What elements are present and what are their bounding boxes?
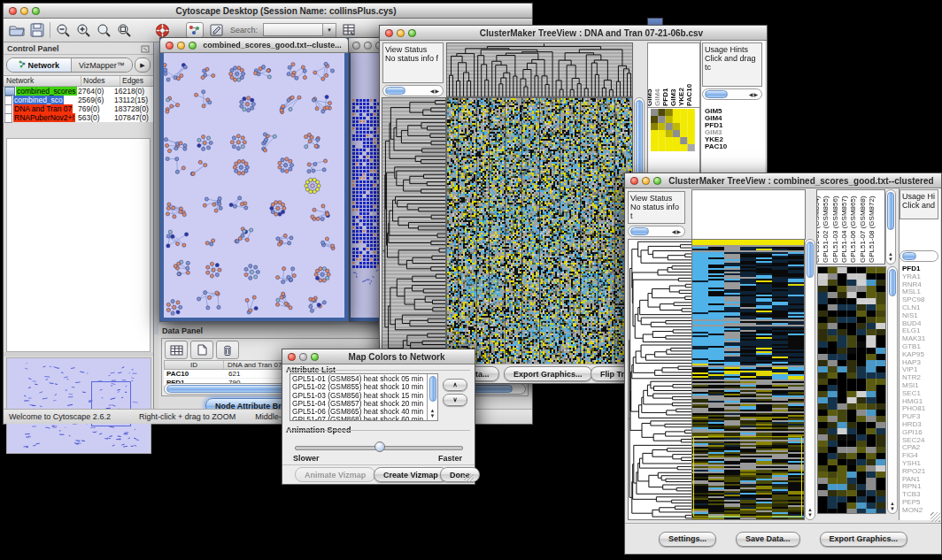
tv2-heatmap-canvas[interactable] bbox=[691, 239, 805, 520]
tab-overflow-arrow[interactable]: ▶ bbox=[135, 58, 151, 73]
open-icon[interactable] bbox=[9, 23, 25, 37]
create-vizmap-button[interactable]: Create Vizmap bbox=[374, 467, 448, 482]
dialog-titlebar[interactable]: Map Colors to Network bbox=[282, 349, 475, 364]
table-mode-icon[interactable] bbox=[165, 341, 188, 359]
float-panel-icon[interactable] bbox=[141, 41, 150, 57]
tv2-row-dendrogram[interactable] bbox=[628, 239, 692, 520]
tv1-col-label[interactable]: GIM3 bbox=[669, 88, 677, 106]
close-button[interactable] bbox=[288, 353, 296, 361]
tv2-col-label[interactable]: GPL51-04 (GSM857) bbox=[840, 196, 848, 263]
tv2-gene-vscrollbar[interactable]: ▲▼ bbox=[887, 266, 898, 514]
zoom-button[interactable] bbox=[311, 353, 319, 361]
dialog-resize-grip[interactable] bbox=[464, 473, 474, 483]
new-attribute-icon[interactable] bbox=[190, 341, 213, 359]
zoom-button[interactable] bbox=[189, 42, 197, 50]
treeview1-titlebar[interactable]: ClusterMaker TreeView : DNA and Tran 07-… bbox=[380, 26, 767, 41]
data-col-id[interactable]: ID bbox=[165, 361, 224, 369]
zoom-selected-icon[interactable] bbox=[117, 23, 132, 38]
zoom-button[interactable] bbox=[32, 7, 40, 15]
network-tree-area[interactable] bbox=[6, 138, 151, 352]
network-view-icon[interactable] bbox=[186, 22, 204, 38]
attribute-list-vscrollbar[interactable]: ▲▼ bbox=[427, 374, 437, 420]
close-button[interactable] bbox=[166, 42, 174, 50]
attribute-list-item[interactable]: GPL51-07 (GSM868) heat shock 60 min bbox=[292, 416, 426, 421]
delete-attribute-icon[interactable] bbox=[216, 341, 239, 359]
minimize-button[interactable] bbox=[177, 42, 185, 50]
close-button[interactable] bbox=[9, 7, 17, 15]
move-up-button[interactable]: ∧ bbox=[443, 379, 467, 391]
col-nodes[interactable]: Nodes bbox=[81, 76, 120, 86]
tv1-yellow-matrix-canvas[interactable] bbox=[651, 109, 695, 151]
tv1-column-dendrogram[interactable] bbox=[446, 42, 633, 97]
tv2-zoom-heatmap-canvas[interactable] bbox=[817, 266, 886, 514]
network-table-row[interactable]: RNAPuberNov2+! 563(0) 107847(0) bbox=[4, 113, 153, 122]
slider-thumb[interactable] bbox=[374, 441, 385, 452]
tv1-col-label[interactable]: GIM5 bbox=[647, 88, 653, 106]
zoom-in-icon[interactable] bbox=[76, 23, 91, 38]
tv2-usage-scrollbar[interactable] bbox=[900, 250, 938, 262]
animate-vizmap-button[interactable]: Animate Vizmap bbox=[295, 467, 375, 482]
gene-label[interactable]: MON2 bbox=[902, 507, 925, 515]
tv2-col-label[interactable]: GPL51-07 (GSM868) bbox=[859, 196, 867, 263]
close-button[interactable] bbox=[385, 29, 393, 37]
close-button[interactable] bbox=[352, 42, 360, 50]
tv1-col-label[interactable]: PFD1 bbox=[661, 88, 669, 106]
zoom-out-icon[interactable] bbox=[56, 23, 71, 38]
tv2-col-label[interactable]: GPL51-08 (GSM872) bbox=[868, 196, 876, 263]
tv2-export-graphics-button[interactable]: Export Graphics... bbox=[820, 532, 908, 547]
tv2-col-labels-vscrollbar[interactable]: ▲▼ bbox=[885, 189, 896, 265]
col-edges[interactable]: Edges bbox=[120, 76, 153, 86]
network-table-row[interactable]: combined_sco 2569(6) 13112(15) bbox=[4, 96, 153, 104]
tv2-status-scrollbar[interactable]: ◀▶ bbox=[628, 226, 685, 237]
tv1-row-dendrogram[interactable] bbox=[382, 97, 446, 365]
treeview2-titlebar[interactable]: ClusterMaker TreeView : combined_scores_… bbox=[625, 173, 941, 188]
search-dropdown-button[interactable]: ▼ bbox=[323, 23, 336, 38]
zoom-fit-icon[interactable] bbox=[97, 23, 112, 38]
tv1-status-scrollbar[interactable]: ◀▶ bbox=[382, 85, 444, 96]
tv2-col-label[interactable]: GPL51-03 (GSM856) bbox=[831, 196, 839, 263]
tab-vizmapper[interactable]: VizMapper™ bbox=[72, 58, 132, 72]
move-down-button[interactable]: ∨ bbox=[443, 394, 467, 406]
panel-splitter[interactable] bbox=[4, 352, 153, 357]
close-button[interactable] bbox=[630, 177, 638, 185]
tv1-col-label[interactable]: GIM4 bbox=[653, 88, 661, 106]
tv2-save-data-button[interactable]: Save Data... bbox=[736, 532, 800, 547]
minimize-button[interactable] bbox=[20, 7, 28, 15]
tv2-col-label[interactable]: GPL51-01 (GSM854) bbox=[816, 196, 821, 263]
help-lifering-icon[interactable] bbox=[155, 23, 170, 38]
tv1-col-label[interactable]: YKE2 bbox=[677, 88, 685, 106]
main-titlebar[interactable]: Cytoscape Desktop (Session Name: collins… bbox=[4, 4, 532, 19]
tv2-col-label[interactable]: GPL51-02 (GSM855) bbox=[822, 196, 830, 263]
tv1-usage-scrollbar[interactable]: ◀▶ bbox=[702, 88, 762, 100]
col-network[interactable]: Network bbox=[4, 76, 81, 86]
network-table-row[interactable]: combined_scores 2764(0) 16218(0) bbox=[4, 87, 153, 96]
save-icon[interactable] bbox=[30, 23, 44, 37]
minimize-button[interactable] bbox=[364, 42, 372, 50]
tv1-col-label[interactable]: PAC10 bbox=[685, 84, 693, 106]
zoom-button[interactable] bbox=[653, 177, 661, 185]
tv2-settings-button[interactable]: Settings... bbox=[659, 532, 716, 547]
zoom-button[interactable] bbox=[408, 29, 416, 37]
main-window-title: Cytoscape Desktop (Session Name: collins… bbox=[40, 6, 532, 16]
network-table-row[interactable]: DNA and Tran 07 769(0) 183728(0) bbox=[4, 104, 153, 113]
network-row-icon bbox=[4, 87, 15, 96]
annotation-icon[interactable] bbox=[209, 23, 225, 37]
tv2-heatmap-vscrollbar[interactable]: ▲▼ bbox=[805, 239, 815, 520]
animation-speed-slider[interactable] bbox=[295, 441, 461, 452]
network-name: RNAPuberNov2+! bbox=[13, 113, 75, 122]
network-overview-canvas[interactable] bbox=[6, 357, 151, 454]
tv1-row-label[interactable]: PAC10 bbox=[705, 143, 727, 150]
minimize-button[interactable] bbox=[397, 29, 405, 37]
attribute-table-icon[interactable] bbox=[342, 23, 357, 37]
network-window-1-titlebar[interactable]: combined_scores_good.txt--cluste... bbox=[160, 38, 348, 53]
tv1-export-graphics-button[interactable]: Export Graphics... bbox=[504, 366, 592, 381]
network-graph-canvas[interactable] bbox=[164, 53, 344, 318]
tv2-col-label[interactable]: GPL51-06 (GSM865) bbox=[849, 196, 857, 263]
minimize-button[interactable] bbox=[299, 353, 307, 361]
search-input[interactable] bbox=[263, 23, 323, 36]
resize-grip[interactable] bbox=[930, 512, 940, 522]
tv1-heatmap-canvas[interactable] bbox=[446, 97, 633, 365]
tab-network[interactable]: Network bbox=[7, 58, 72, 72]
network-row-icon bbox=[4, 113, 12, 123]
minimize-button[interactable] bbox=[642, 177, 650, 185]
